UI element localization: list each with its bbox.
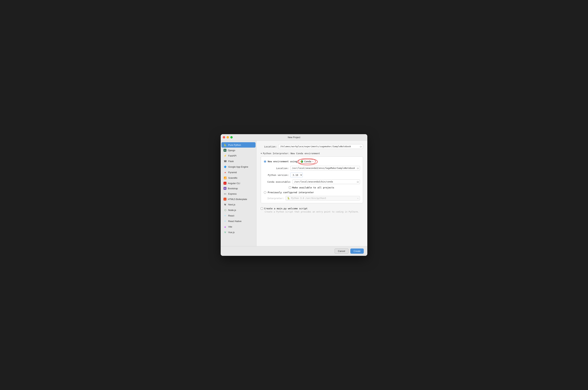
sidebar-label-django: Django bbox=[228, 149, 235, 152]
interpreter-section: ▼ Python Interpreter: New Conda environm… bbox=[261, 152, 363, 203]
conda-label: Conda bbox=[304, 160, 311, 163]
sidebar-item-pyramid[interactable]: 🔺 Pyramid bbox=[221, 170, 256, 175]
vuejs-icon: V bbox=[224, 231, 227, 234]
new-project-window: New Project 🐍 Pure Python D Django ⚡ Fas… bbox=[221, 134, 367, 256]
sidebar-item-react-native[interactable]: ⚛ React Native bbox=[221, 218, 256, 224]
bootstrap-icon: B bbox=[224, 187, 226, 190]
sidebar-item-html5-boilerplate[interactable]: 5 HTML5 Boilerplate bbox=[221, 196, 256, 202]
sidebar-item-pure-python[interactable]: 🐍 Pure Python bbox=[221, 142, 256, 147]
interpreter-dropdown-value: 🐍 Python 3.8 /usr/bin/python3 bbox=[287, 197, 326, 199]
make-available-checkbox[interactable] bbox=[289, 186, 291, 189]
welcome-script-checkbox[interactable] bbox=[261, 207, 263, 210]
create-button[interactable]: Create bbox=[350, 248, 364, 254]
prev-interpreter-label: Previously configured interpreter bbox=[268, 191, 314, 194]
django-icon: D bbox=[224, 149, 226, 152]
env-location-input[interactable] bbox=[290, 166, 360, 170]
footer: Cancel Create bbox=[221, 246, 367, 256]
minimize-button[interactable] bbox=[226, 136, 229, 139]
interpreter-section-label: Python Interpreter: bbox=[263, 152, 290, 155]
fastapi-icon: ⚡ bbox=[224, 154, 227, 157]
sidebar-item-vite[interactable]: ▲ Vite bbox=[221, 224, 256, 229]
sidebar-label-nodejs: Node.js bbox=[228, 209, 236, 211]
titlebar: New Project bbox=[221, 134, 367, 141]
python-icon: 🐍 bbox=[224, 143, 227, 146]
sidebar-label-pure-python: Pure Python bbox=[228, 144, 241, 146]
python-version-row: Python version: 3.10 3.11 3.9 3.8 bbox=[264, 173, 360, 177]
sidebar-label-flask: Flask bbox=[228, 160, 234, 163]
env-location-row: Location: 🗂 bbox=[264, 166, 360, 170]
sidebar-label-gae: Google App Engine bbox=[228, 165, 248, 168]
sidebar-label-bootstrap: Bootstrap bbox=[228, 187, 238, 190]
conda-exec-row: Conda executable: 🗂 bbox=[264, 179, 360, 184]
interpreter-select-row: Interpreter: 🐍 Python 3.8 /usr/bin/pytho… bbox=[264, 196, 360, 200]
welcome-script-section: Create a main.py welcome script Create a… bbox=[261, 207, 363, 213]
sidebar-item-angular-cli[interactable]: A Angular CLI bbox=[221, 181, 256, 186]
location-folder-icon[interactable]: 🗂 bbox=[360, 145, 362, 148]
welcome-script-label: Create a main.py welcome script bbox=[264, 207, 308, 210]
sidebar-item-fastapi[interactable]: ⚡ FastAPI bbox=[221, 153, 256, 158]
new-env-radio[interactable] bbox=[264, 160, 266, 163]
nodejs-icon: ⬡ bbox=[224, 208, 227, 212]
maximize-button[interactable] bbox=[230, 136, 233, 139]
sidebar-item-flask[interactable]: ☎ Flask bbox=[221, 158, 256, 164]
sidebar-item-nextjs[interactable]: N Next.js bbox=[221, 202, 256, 207]
interpreter-dropdown-arrow: ▾ bbox=[357, 197, 358, 199]
content-area: 🐍 Pure Python D Django ⚡ FastAPI ☎ Flask bbox=[221, 141, 367, 246]
react-native-icon: ⚛ bbox=[224, 220, 227, 223]
sidebar-label-react: React bbox=[228, 214, 234, 217]
interpreter-select-label: Interpreter: bbox=[267, 197, 284, 200]
location-label: Location: bbox=[261, 145, 277, 148]
vite-icon: ▲ bbox=[224, 225, 227, 228]
location-input[interactable] bbox=[278, 144, 363, 149]
sidebar-item-scientific[interactable]: 📶 Scientific bbox=[221, 175, 256, 181]
welcome-check-row: Create a main.py welcome script bbox=[261, 207, 363, 210]
env-location-folder-icon[interactable]: 🗂 bbox=[357, 167, 359, 169]
sidebar-label-html5: HTML5 Boilerplate bbox=[228, 198, 247, 200]
env-location-input-wrapper: 🗂 bbox=[290, 166, 360, 170]
sidebar-label-fastapi: FastAPI bbox=[228, 154, 236, 157]
sidebar-label-angular: Angular CLI bbox=[228, 182, 240, 185]
sidebar-item-bootstrap[interactable]: B Bootstrap bbox=[221, 186, 256, 191]
conda-exec-label: Conda executable: bbox=[267, 181, 291, 183]
scientific-icon: 📶 bbox=[224, 176, 227, 179]
conda-exec-input[interactable] bbox=[293, 179, 360, 184]
env-location-label: Location: bbox=[267, 167, 289, 170]
sidebar-item-django[interactable]: D Django bbox=[221, 148, 256, 153]
react-icon: ⚛ bbox=[224, 214, 227, 217]
sidebar-item-vuejs[interactable]: V Vue.js bbox=[221, 230, 256, 235]
conda-dropdown-arrow: ▾ bbox=[313, 160, 314, 162]
location-row: Location: 🗂 bbox=[261, 144, 363, 149]
sidebar-label-scientific: Scientific bbox=[228, 177, 237, 179]
conda-dropdown[interactable]: Conda ▾ bbox=[298, 159, 316, 164]
sidebar-item-nodejs[interactable]: ⬡ Node.js bbox=[221, 207, 256, 213]
traffic-lights bbox=[223, 136, 233, 139]
sidebar-label-react-native: React Native bbox=[228, 220, 241, 223]
express-icon: ex bbox=[224, 192, 227, 195]
conda-exec-input-wrapper: 🗂 bbox=[293, 179, 360, 184]
html5-icon: 5 bbox=[224, 198, 226, 200]
new-env-row: New environment using Conda ▾ bbox=[264, 159, 360, 164]
conda-exec-folder-icon[interactable]: 🗂 bbox=[357, 181, 359, 183]
interpreter-type-value: New Conda environment bbox=[291, 152, 320, 155]
pyramid-icon: 🔺 bbox=[224, 171, 227, 174]
make-available-label: Make available to all projects bbox=[292, 186, 334, 189]
sidebar-label-pyramid: Pyramid bbox=[228, 171, 237, 174]
interpreter-dropdown[interactable]: 🐍 Python 3.8 /usr/bin/python3 ▾ bbox=[286, 196, 360, 200]
welcome-script-description: Create a Python script that provides an … bbox=[261, 211, 363, 213]
interpreter-header: ▼ Python Interpreter: New Conda environm… bbox=[261, 152, 363, 155]
cancel-button[interactable]: Cancel bbox=[335, 248, 349, 254]
prev-interpreter-radio[interactable] bbox=[264, 191, 266, 194]
close-button[interactable] bbox=[223, 136, 225, 139]
main-panel: Location: 🗂 ▼ Python Interpreter: New Co… bbox=[256, 141, 367, 246]
interpreter-chevron[interactable]: ▼ bbox=[261, 152, 262, 154]
window-title: New Project bbox=[288, 136, 300, 139]
flask-icon: ☎ bbox=[224, 160, 227, 163]
python-version-select[interactable]: 3.10 3.11 3.9 3.8 bbox=[290, 173, 303, 177]
sidebar-label-express: Express bbox=[228, 193, 237, 195]
new-env-label: New environment using bbox=[268, 160, 297, 163]
sidebar-item-react[interactable]: ⚛ React bbox=[221, 213, 256, 218]
sidebar-item-express[interactable]: ex Express bbox=[221, 191, 256, 196]
sidebar-label-nextjs: Next.js bbox=[228, 203, 235, 206]
sidebar-item-google-app-engine[interactable]: 🔷 Google App Engine bbox=[221, 164, 256, 169]
conda-icon bbox=[301, 160, 303, 163]
